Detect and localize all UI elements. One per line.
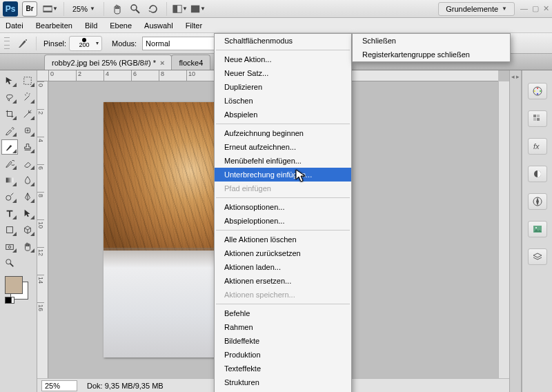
navigator-panel-icon[interactable] [528,193,547,210]
brush-preset-picker[interactable]: 200 ▾ [69,36,102,51]
menu-item[interactable]: Videoaktionen [215,389,351,392]
screen-mode-icon[interactable]: ▼ [172,1,188,17]
minimize-button[interactable]: — [520,4,528,13]
menu-edit[interactable]: Bearbeiten [36,21,72,30]
menu-item[interactable]: Aktionen laden... [215,260,351,274]
shape-tool[interactable] [1,222,18,237]
slice-tool[interactable] [19,106,36,121]
dodge-tool[interactable] [1,189,18,204]
menu-file[interactable]: Datei [6,21,23,30]
menu-item[interactable]: Produktion [215,348,351,362]
menu-select[interactable]: Auswahl [144,21,173,30]
svg-rect-24 [537,115,540,117]
right-dock: fx [522,70,552,392]
toolbox [0,70,37,392]
menu-item[interactable]: Texteffekte [215,362,351,375]
image-panel-icon[interactable] [528,221,547,237]
menu-item: Pfad einfügen [215,182,351,195]
hand-icon[interactable] [109,1,126,17]
panel-collapse-strip[interactable]: ◂ ▸ [509,70,522,392]
path-select-tool[interactable] [19,206,36,221]
gradient-tool[interactable] [1,173,18,188]
workspace-switcher[interactable]: Grundelemente▼ [438,2,515,16]
menu-item[interactable]: Unterbrechung einfügen... [215,168,351,182]
close-icon[interactable]: × [160,59,164,67]
healing-tool[interactable] [19,123,36,138]
hand-tool[interactable] [19,239,36,254]
svg-line-4 [136,10,139,13]
photoshop-app-icon[interactable]: Ps [3,1,18,17]
swatches-panel-icon[interactable] [528,110,547,127]
menu-item[interactable]: Neue Aktion... [215,52,351,66]
svg-point-22 [534,90,535,92]
menu-item[interactable]: Schließen [353,34,510,48]
menu-item[interactable]: Aktionsoptionen... [215,200,351,214]
marquee-tool[interactable] [19,73,36,88]
menu-item[interactable]: Rahmen [215,320,351,334]
bridge-launch-icon[interactable]: Br [22,1,37,17]
menu-item[interactable]: Aktionen zurücksetzen [215,246,351,260]
layers-panel-icon[interactable] [528,248,547,265]
menu-item[interactable]: Abspielen [215,108,351,121]
svg-point-3 [131,5,137,10]
svg-point-21 [537,93,538,95]
pen-tool[interactable] [19,189,36,204]
wand-tool[interactable] [19,90,36,105]
menu-item[interactable]: Löschen [215,94,351,108]
menu-item[interactable]: Schaltflächenmodus [215,34,351,48]
close-button[interactable]: ✕ [543,4,549,13]
eraser-tool[interactable] [19,156,36,171]
restore-button[interactable]: ▢ [532,4,539,13]
arrange-docs-icon[interactable]: ▼ [190,1,206,17]
eyedropper-tool[interactable] [1,123,18,138]
menu-item[interactable]: Duplizieren [215,80,351,94]
vertical-ruler[interactable]: 0246810121416 [37,81,48,378]
move-tool[interactable] [1,73,18,88]
zoom-tool[interactable] [1,255,18,271]
document-tab[interactable]: flocke4 [171,55,210,70]
filmstrip-icon[interactable]: ▼ [42,1,59,17]
svg-point-19 [537,88,538,89]
svg-line-17 [10,264,12,266]
menu-item[interactable]: Aufzeichnung beginnen [215,126,351,140]
menu-item[interactable]: Alle Aktionen löschen [215,233,351,246]
document-tab[interactable]: robby2.jpg bei 25% (RGB/8#) *× [44,55,172,70]
styles-panel-icon[interactable]: fx [528,138,547,155]
menu-layer[interactable]: Ebene [110,21,132,30]
status-zoom[interactable]: 25% [41,380,77,391]
crop-tool[interactable] [1,106,18,121]
stamp-tool[interactable] [19,139,36,155]
menu-item[interactable]: Neuer Satz... [215,66,351,80]
grip-icon[interactable] [4,36,10,51]
menu-item[interactable]: Menübefehl einfügen... [215,154,351,168]
menu-image[interactable]: Bild [85,21,97,30]
menu-item[interactable]: Strukturen [215,375,351,389]
color-panel-icon[interactable] [528,83,547,99]
menu-item[interactable]: Erneut aufzeichnen... [215,140,351,154]
current-tool-icon[interactable] [14,36,31,51]
history-brush-tool[interactable] [1,156,18,171]
vertical-scrollbar[interactable] [498,81,509,378]
menu-item[interactable]: Aktionen ersetzen... [215,274,351,288]
type-tool[interactable] [1,206,18,221]
foreground-color[interactable] [5,276,23,294]
menu-item[interactable]: Bildeffekte [215,334,351,348]
blur-tool[interactable] [19,173,36,188]
rotate-icon[interactable] [145,1,161,17]
zoom-icon[interactable] [127,1,144,17]
camera-tool[interactable] [1,239,18,254]
menu-item[interactable]: Registerkartengruppe schließen [353,48,510,61]
brush-tool[interactable] [1,139,18,155]
menu-filter[interactable]: Filter [186,21,202,30]
menu-item[interactable]: Abspieloptionen... [215,214,351,228]
zoom-level[interactable]: 25%▼ [68,5,99,13]
color-swatches[interactable] [5,276,32,304]
menu-item[interactable]: Befehle [215,306,351,320]
app-toolbar: Ps Br ▼ 25%▼ ▼ ▼ Grundelemente▼ — ▢ ✕ [0,0,552,18]
svg-point-31 [535,227,537,228]
3d-tool[interactable] [19,222,36,237]
svg-rect-6 [173,5,177,12]
lasso-tool[interactable] [1,90,18,105]
svg-rect-1 [43,6,52,7]
adjustments-panel-icon[interactable] [528,166,547,182]
